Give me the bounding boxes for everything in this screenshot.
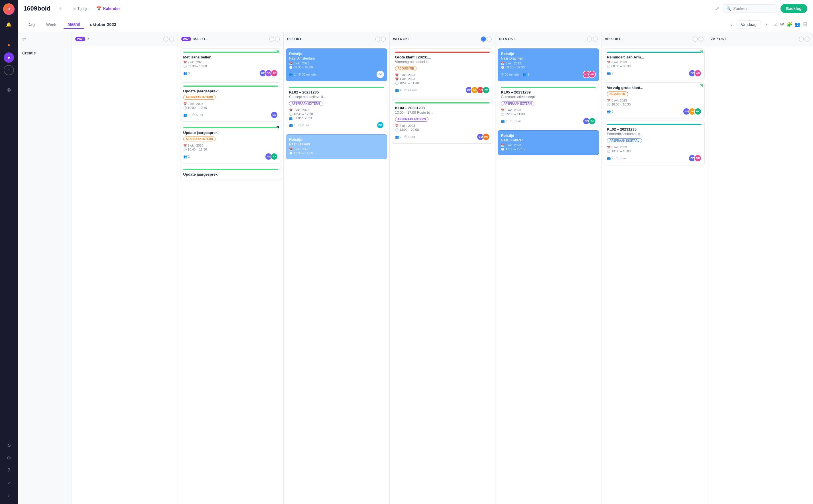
next-arrow[interactable]: ›: [762, 20, 771, 29]
user-avatar[interactable]: U: [3, 3, 15, 15]
tag-acquisitie: ACQUISITIE: [607, 92, 628, 96]
day-label-zo: Z...: [88, 37, 92, 41]
card-kl05-20231239[interactable]: KL05 – 20231239 Communicatieconcept AFSP…: [498, 84, 599, 128]
event-title: KL02 – 20231235: [607, 127, 702, 131]
eye-icon[interactable]: 👁: [780, 22, 784, 27]
settings-icon[interactable]: ⚙: [4, 453, 14, 463]
users-icon[interactable]: 👥: [795, 22, 800, 27]
sidebar: U 🔔 ● ● ○ ◎ ↻ ⚙ ? ↗ ›: [0, 0, 18, 504]
avatars-row: BE AJ: [265, 153, 278, 160]
card-kl04-20231238[interactable]: KL04 – 20231238 13:00 – 17:00 Route bij.…: [392, 99, 493, 144]
col-body-wo4: Grote klant | 20231... Vloerengroothande…: [390, 46, 495, 504]
tag-extern: AFSPRAAK EXTERN: [395, 117, 428, 122]
event-meta: 📅3 okt. 2023 🕐08:30 – 09:00: [289, 62, 384, 69]
card-update-jaargesprek-2[interactable]: Update jaargesprek AFSPRAAK INTERN 📅2 ok…: [180, 124, 281, 163]
calendar-toolbar: Dag Week Maand oktober 2023 ‹ Vandaag › …: [18, 17, 813, 32]
day-label-di3: DI 3 OKT.: [287, 37, 302, 41]
card-reistijd-zeeland[interactable]: Reistijd Naar Zeeland 📅3 okt. 2023 🕐12:3…: [286, 134, 387, 159]
event-subtitle: Communicatieconcept: [501, 95, 596, 99]
topbar-right: ⤢ 🔍 Backlog: [715, 4, 807, 13]
col-header-do5: DO 5 OKT.: [495, 32, 601, 46]
event-footer: 👥1 ⏱5 uur BE: [183, 111, 278, 119]
col-header-wo4: WO 4 OKT.: [390, 32, 495, 46]
event-footer: 👥1 ⏱2 uur BG: [289, 121, 384, 129]
view-week[interactable]: Week: [42, 21, 60, 29]
notification-icon[interactable]: 🔔: [4, 19, 14, 30]
card-grote-klant[interactable]: Grote klant | 20231... Vloerengroothande…: [392, 48, 493, 97]
sun-icon[interactable]: ●: [4, 40, 14, 50]
archive-icon[interactable]: 🗄: [803, 22, 807, 27]
col-body-vr6: Reminder: Jan Arm... 📅6 okt. 2023 🕐08:00…: [601, 46, 707, 504]
day-label-wo4: WO 4 OKT.: [393, 37, 410, 41]
puzzle-icon[interactable]: 🧩: [787, 22, 792, 27]
export-icon[interactable]: ↗: [4, 478, 14, 488]
view-maand[interactable]: Maand: [64, 20, 84, 29]
shuffle-icon[interactable]: ⇄: [22, 36, 26, 42]
card-top-bar: [395, 102, 490, 103]
card-reistijd-drachten[interactable]: Reistijd Naar Drachten 📅5 okt. 2023 🕐09:…: [498, 48, 599, 81]
card-top-bar: [607, 124, 702, 125]
topbar: 1609bold + ≡ Tijdlijn 📅 Kalender ⤢ 🔍 Bac: [18, 0, 813, 17]
card-top-bar: [183, 86, 278, 87]
event-meta: 📅3 okt. 2023 📅4 okt. 2023 🕐10:30 – 11:30: [395, 73, 490, 85]
week-badge-w40: W40: [75, 37, 85, 41]
help-icon[interactable]: ?: [4, 465, 14, 475]
event-stats: 👥4 ⏱21 uur: [395, 88, 417, 92]
col-body-di3: Reistijd Naar Amsterdam 📅3 okt. 2023 🕐08…: [284, 46, 389, 504]
nav-kalender[interactable]: 📅 Kalender: [93, 5, 123, 13]
filter-icon[interactable]: ⊿: [774, 22, 778, 27]
event-title: Reistijd: [501, 52, 596, 56]
avatars-row: BE AJ: [583, 117, 596, 125]
card-reistijd-zuidlaren[interactable]: Reistijd Naar Zuidlaren 📅5 okt. 2023 🕐11…: [498, 130, 599, 155]
card-kl02-20231235[interactable]: KL02 – 20231235 Concept niet-actieve k..…: [286, 84, 387, 132]
col-body-do5: Reistijd Naar Drachten 📅5 okt. 2023 🕐09:…: [495, 46, 601, 504]
avatars-row: BE: [271, 111, 278, 119]
refresh-icon[interactable]: ↻: [4, 440, 14, 450]
avatar-bg: BG: [377, 121, 384, 129]
circle-filled-icon[interactable]: ●: [4, 52, 14, 63]
col-dot-1: [375, 36, 380, 42]
search-input[interactable]: [733, 6, 773, 11]
card-corner-green: [700, 84, 703, 87]
card-vervolg-grote-klant[interactable]: Vervolg grote klant... ACQUISITIE 📅6 okt…: [604, 82, 705, 118]
backlog-button[interactable]: Backlog: [781, 4, 807, 13]
col-dot-1: [587, 36, 592, 42]
collapse-icon[interactable]: ›: [4, 490, 14, 501]
app-title: 1609bold: [23, 5, 50, 12]
avatars-row: BG: [377, 121, 384, 129]
tag-intern: AFSPRAAK INTERN: [183, 137, 216, 141]
event-footer: 👥3 BE BC AB: [183, 70, 278, 77]
avatar-bk: BK: [694, 108, 702, 115]
card-kl02-partnerbijeenkomst[interactable]: KL02 – 20231235 Partnerbijeenkomst, d...…: [604, 121, 705, 165]
avatar-be: BE: [271, 111, 278, 119]
compass-icon[interactable]: ◎: [4, 84, 14, 95]
event-stats: 👥2 ⏱5 uur: [395, 135, 415, 139]
card-top-bar: [501, 87, 596, 88]
nav-tijdlijn[interactable]: ≡ Tijdlijn: [70, 5, 92, 13]
expand-icon[interactable]: ⤢: [715, 5, 719, 12]
card-met-hans-bellen[interactable]: Met Hans bellen 📅2 okt. 2023 🕐09:30 – 10…: [180, 48, 281, 80]
card-update-jaargesprek-3[interactable]: Update jaargesprek: [180, 166, 281, 180]
add-button[interactable]: +: [57, 4, 63, 13]
event-stats: 👥2: [607, 72, 613, 75]
event-title: KL02 – 20231235: [289, 90, 384, 94]
circle-outline-icon[interactable]: ○: [4, 65, 14, 75]
card-update-jaargesprek-1[interactable]: Update jaargesprek AFSPRAAK INTERN 📅2 ok…: [180, 82, 281, 122]
col-dot-1: [269, 36, 274, 42]
event-stats: ⏱30 minuten 👥2: [501, 73, 529, 76]
view-dag[interactable]: Dag: [23, 21, 39, 29]
kalender-icon: 📅: [96, 6, 101, 11]
event-meta: 📅5 okt. 2023 🕐09:00 – 09:30: [501, 62, 596, 69]
event-meta: 📅3 okt. 2023 🕐10:30 – 12:30 👥31 dec. 202…: [289, 108, 384, 120]
tag-intern: AFSPRAAK INTERN: [183, 95, 216, 100]
tag-extern: AFSPRAAK EXTERN: [289, 101, 322, 106]
prev-arrow[interactable]: ‹: [727, 20, 735, 29]
card-reminder-jan-arm[interactable]: Reminder: Jan Arm... 📅6 okt. 2023 🕐08:00…: [604, 48, 705, 80]
col-wo4: WO 4 OKT. Grote klant | 20231... Vloeren…: [390, 32, 496, 504]
col-za7: ZA 7 OKT.: [707, 32, 813, 504]
event-stats: 👥2 ⏱3 uur: [501, 119, 521, 123]
event-meta: 📅6 okt. 2023 🕐08:00 – 08:30: [607, 60, 702, 68]
card-reistijd-amsterdam[interactable]: Reistijd Naar Amsterdam 📅3 okt. 2023 🕐08…: [286, 48, 387, 81]
card-top-bar: [607, 52, 702, 53]
today-button[interactable]: Vandaag: [737, 20, 761, 29]
